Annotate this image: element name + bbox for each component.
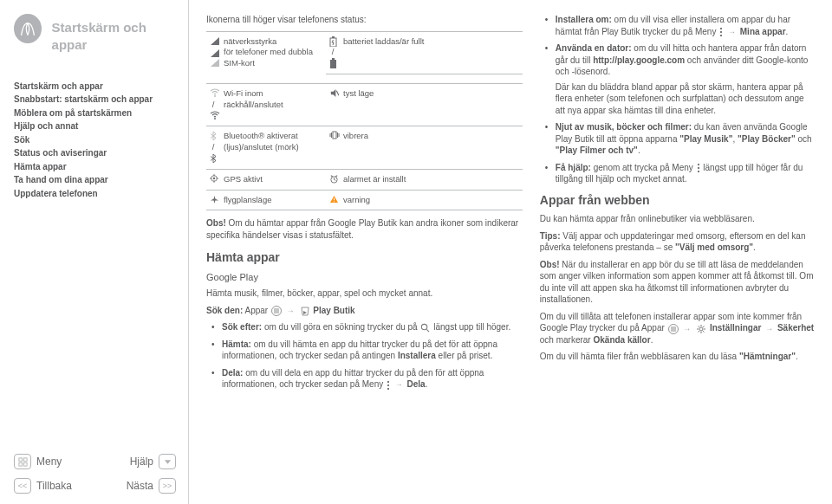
- silent-label: tyst läge: [340, 83, 523, 126]
- sidebar-nav: Startskärm och appar Snabbstart: startsk…: [14, 81, 176, 200]
- right-bullets: Installera om: om du vill visa eller ins…: [540, 14, 815, 185]
- hamta-appar-heading: Hämta appar: [206, 249, 523, 266]
- svg-rect-3: [23, 462, 27, 466]
- sidebar-item-4[interactable]: Sök: [14, 134, 176, 146]
- status-intro: Ikonerna till höger visar telefonens sta…: [206, 14, 523, 26]
- airplane-label: flygplansläge: [220, 190, 326, 210]
- svg-point-56: [674, 328, 676, 330]
- bullet-dela: Dela: om du vill dela en app du hittar t…: [215, 367, 523, 391]
- airplane-icon: [206, 190, 220, 210]
- svg-point-54: [671, 328, 673, 330]
- bottom-nav: Meny Hjälp << Tillbaka Nästa >>: [14, 454, 176, 494]
- gps-icon: [206, 169, 220, 190]
- svg-point-38: [277, 312, 279, 313]
- google-play-heading: Google Play: [206, 271, 523, 284]
- sidebar-item-2[interactable]: Möblera om på startskärmen: [14, 107, 176, 120]
- status-row: GPS aktivt alarmet är inställt: [206, 169, 523, 190]
- next-icon[interactable]: >>: [159, 478, 176, 494]
- help-icon[interactable]: [159, 454, 176, 469]
- svg-rect-49: [698, 171, 699, 172]
- svg-point-30: [274, 308, 276, 310]
- svg-rect-43: [387, 388, 389, 390]
- svg-rect-48: [698, 167, 699, 169]
- status-row: / Bluetooth® aktiverat (ljus)/anslutet (…: [206, 126, 523, 169]
- bullet-dator: Använda en dator: om du vill hitta och h…: [549, 42, 815, 116]
- content: Ikonerna till höger visar telefonens sta…: [189, 0, 832, 504]
- silent-icon: [326, 83, 340, 126]
- svg-point-8: [214, 95, 216, 97]
- svg-point-34: [276, 310, 277, 312]
- vibrate-icon: [326, 126, 340, 169]
- sidebar-item-3[interactable]: Hjälp och annat: [14, 120, 176, 132]
- svg-rect-41: [387, 381, 389, 383]
- warning-icon: [326, 190, 340, 210]
- sidebar-item-0[interactable]: Startskärm och appar: [14, 81, 176, 93]
- bullet-sok-efter: Sök efter: om du vill göra en sökning tr…: [215, 321, 523, 333]
- arrow-icon: →: [287, 306, 295, 316]
- apps-icon: [668, 324, 679, 334]
- bluetooth-icon: /: [206, 126, 220, 169]
- svg-rect-5: [332, 36, 335, 38]
- bullet-hamta: Hämta: om du vill hämta en app du hittar…: [215, 339, 523, 362]
- svg-rect-45: [720, 31, 722, 33]
- back-label[interactable]: Tillbaka: [36, 479, 93, 493]
- svg-point-51: [671, 326, 673, 328]
- svg-point-60: [699, 327, 703, 331]
- help-label[interactable]: Hjälp: [98, 455, 154, 468]
- signal-label: nätverksstyrka: [224, 36, 276, 46]
- arrow-icon: →: [683, 324, 691, 334]
- search-icon: [420, 323, 430, 333]
- status-row: / Wi-Fi inom räckhåll/anslutet tyst läge: [206, 83, 523, 126]
- menu-icon[interactable]: [14, 454, 31, 469]
- column-right: Installera om: om du vill visa eller ins…: [540, 14, 815, 492]
- svg-point-35: [277, 310, 279, 312]
- svg-rect-2: [18, 462, 22, 466]
- sidebar: Startskärm och appar Startskärm och appa…: [0, 0, 189, 504]
- back-icon[interactable]: <<: [14, 478, 31, 494]
- sok-den: Sök den: Appar → Play Butik: [206, 305, 523, 317]
- sidebar-item-7[interactable]: Ta hand om dina appar: [14, 174, 176, 186]
- svg-point-53: [674, 326, 676, 328]
- wifi-icon: /: [206, 83, 220, 126]
- svg-point-9: [214, 118, 216, 120]
- svg-line-10: [336, 91, 339, 96]
- svg-point-58: [673, 330, 674, 332]
- vibrate-label: vibrera: [340, 126, 523, 169]
- svg-rect-46: [720, 35, 722, 36]
- bullet-hjalp: Få hjälp: genom att trycka på Meny längs…: [549, 162, 815, 185]
- column-middle: Ikonerna till höger visar telefonens sta…: [206, 14, 523, 492]
- svg-rect-44: [720, 28, 722, 29]
- menu-dots-icon: [387, 380, 390, 391]
- svg-point-33: [274, 310, 276, 312]
- signal-icon: [206, 31, 220, 83]
- wifi-label: Wi-Fi inom räckhåll/anslutet: [220, 83, 326, 126]
- svg-rect-6: [330, 60, 336, 68]
- bullet-njut: Njut av musik, böcker och filmer: du kan…: [549, 121, 815, 157]
- status-row: flygplansläge varning: [206, 190, 523, 210]
- svg-rect-7: [332, 58, 335, 60]
- svg-point-32: [277, 308, 279, 310]
- webben-p1: Du kan hämta appar från onlinebutiker vi…: [540, 213, 815, 225]
- arrow-icon: →: [765, 324, 773, 334]
- menu-label[interactable]: Meny: [36, 455, 93, 468]
- svg-point-39: [422, 324, 427, 329]
- arrow-icon: →: [395, 379, 403, 390]
- gp-intro: Hämta musik, filmer, böcker, appar, spel…: [206, 288, 523, 300]
- next-label[interactable]: Nästa: [98, 479, 154, 493]
- sidebar-item-6[interactable]: Hämta appar: [14, 161, 176, 173]
- svg-point-52: [673, 326, 674, 328]
- sidebar-item-5[interactable]: Status och aviseringar: [14, 147, 176, 159]
- menu-dots-icon: [697, 163, 700, 173]
- status-row: nätverksstyrka för telefoner med dubbla …: [206, 31, 523, 74]
- sidebar-item-1[interactable]: Snabbstart: startskärm och appar: [14, 94, 176, 106]
- dual-sim-label: för telefoner med dubbla SIM-kort: [224, 47, 313, 68]
- svg-line-40: [427, 329, 430, 332]
- brand-logo: [14, 14, 42, 43]
- svg-rect-0: [18, 457, 22, 461]
- obs-install: Obs! När du installerar en app bör du se…: [540, 259, 815, 306]
- svg-rect-1: [23, 457, 27, 461]
- warning-label: varning: [340, 190, 523, 210]
- sidebar-item-8[interactable]: Uppdatera telefonen: [14, 188, 176, 200]
- obs-note: Obs! Om du hämtar appar från Google Play…: [206, 217, 523, 241]
- apps-icon: [271, 306, 282, 316]
